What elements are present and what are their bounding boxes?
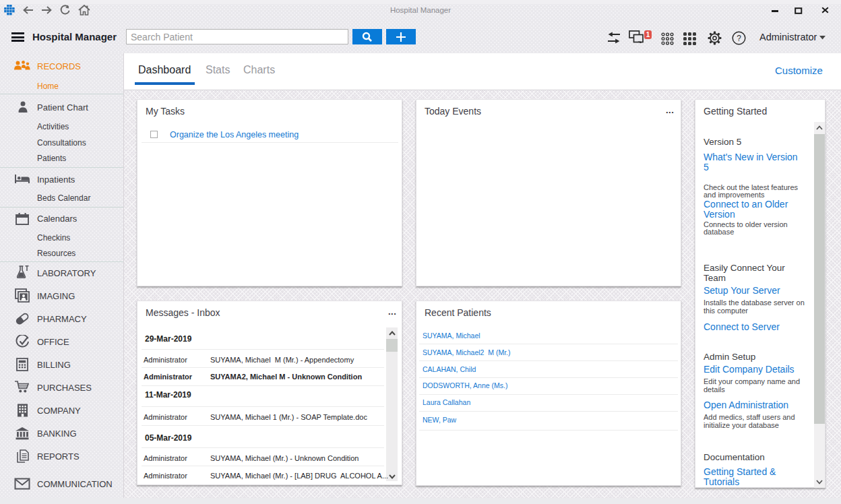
svg-text:?: ? (737, 34, 741, 43)
